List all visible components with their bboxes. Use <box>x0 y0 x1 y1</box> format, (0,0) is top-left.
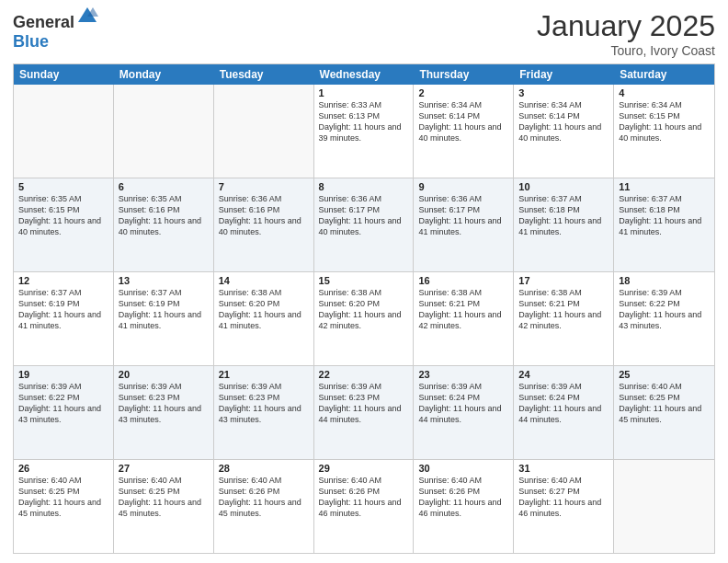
day-info: Sunrise: 6:37 AM Sunset: 6:18 PM Dayligh… <box>619 193 710 238</box>
day-info: Sunrise: 6:38 AM Sunset: 6:20 PM Dayligh… <box>219 287 309 332</box>
day-number: 12 <box>18 275 108 286</box>
day-info: Sunrise: 6:40 AM Sunset: 6:25 PM Dayligh… <box>119 475 209 520</box>
day-number: 23 <box>418 369 508 380</box>
day-info: Sunrise: 6:40 AM Sunset: 6:25 PM Dayligh… <box>619 381 710 426</box>
header: General Blue January 2025 Touro, Ivory C… <box>13 9 715 58</box>
day-info: Sunrise: 6:37 AM Sunset: 6:19 PM Dayligh… <box>119 287 209 332</box>
day-number: 13 <box>119 275 209 286</box>
day-info: Sunrise: 6:36 AM Sunset: 6:17 PM Dayligh… <box>319 193 409 238</box>
day-cell-14: 14Sunrise: 6:38 AM Sunset: 6:20 PM Dayli… <box>214 272 314 365</box>
day-info: Sunrise: 6:39 AM Sunset: 6:22 PM Dayligh… <box>18 381 108 426</box>
day-info: Sunrise: 6:33 AM Sunset: 6:13 PM Dayligh… <box>319 99 409 144</box>
day-number: 27 <box>119 463 209 474</box>
day-number: 7 <box>219 181 309 192</box>
logo-icon <box>76 6 98 28</box>
logo-blue-text: Blue <box>13 32 49 51</box>
day-number: 26 <box>18 463 108 474</box>
day-number: 20 <box>119 369 209 380</box>
day-number: 21 <box>219 369 309 380</box>
day-cell-2: 2Sunrise: 6:34 AM Sunset: 6:14 PM Daylig… <box>414 85 514 178</box>
day-cell-28: 28Sunrise: 6:40 AM Sunset: 6:26 PM Dayli… <box>214 460 314 553</box>
day-info: Sunrise: 6:35 AM Sunset: 6:15 PM Dayligh… <box>18 193 108 238</box>
day-number: 3 <box>518 87 609 98</box>
header-day-tuesday: Tuesday <box>214 64 314 85</box>
day-number: 25 <box>619 369 710 380</box>
day-cell-30: 30Sunrise: 6:40 AM Sunset: 6:26 PM Dayli… <box>414 460 514 553</box>
day-number: 18 <box>619 275 710 286</box>
day-cell-11: 11Sunrise: 6:37 AM Sunset: 6:18 PM Dayli… <box>614 178 714 271</box>
day-cell-6: 6Sunrise: 6:35 AM Sunset: 6:16 PM Daylig… <box>114 178 214 271</box>
day-info: Sunrise: 6:39 AM Sunset: 6:23 PM Dayligh… <box>119 381 209 426</box>
day-cell-15: 15Sunrise: 6:38 AM Sunset: 6:20 PM Dayli… <box>314 272 415 365</box>
day-cell-27: 27Sunrise: 6:40 AM Sunset: 6:25 PM Dayli… <box>114 460 214 553</box>
empty-cell <box>114 85 214 178</box>
day-cell-16: 16Sunrise: 6:38 AM Sunset: 6:21 PM Dayli… <box>414 272 514 365</box>
day-cell-17: 17Sunrise: 6:38 AM Sunset: 6:21 PM Dayli… <box>514 272 614 365</box>
calendar: SundayMondayTuesdayWednesdayThursdayFrid… <box>13 63 715 554</box>
day-info: Sunrise: 6:34 AM Sunset: 6:14 PM Dayligh… <box>418 99 508 144</box>
day-number: 16 <box>418 275 508 286</box>
empty-cell <box>214 85 314 178</box>
day-info: Sunrise: 6:39 AM Sunset: 6:24 PM Dayligh… <box>418 381 508 426</box>
day-cell-21: 21Sunrise: 6:39 AM Sunset: 6:23 PM Dayli… <box>214 366 314 459</box>
day-number: 2 <box>418 87 508 98</box>
day-cell-12: 12Sunrise: 6:37 AM Sunset: 6:19 PM Dayli… <box>14 272 114 365</box>
day-cell-8: 8Sunrise: 6:36 AM Sunset: 6:17 PM Daylig… <box>314 178 415 271</box>
day-number: 30 <box>418 463 508 474</box>
calendar-week-5: 26Sunrise: 6:40 AM Sunset: 6:25 PM Dayli… <box>14 460 714 553</box>
day-cell-26: 26Sunrise: 6:40 AM Sunset: 6:25 PM Dayli… <box>14 460 114 553</box>
day-number: 11 <box>619 181 710 192</box>
day-cell-24: 24Sunrise: 6:39 AM Sunset: 6:24 PM Dayli… <box>514 366 614 459</box>
day-info: Sunrise: 6:36 AM Sunset: 6:17 PM Dayligh… <box>418 193 508 238</box>
header-day-friday: Friday <box>514 64 614 85</box>
day-info: Sunrise: 6:39 AM Sunset: 6:23 PM Dayligh… <box>319 381 409 426</box>
header-day-monday: Monday <box>114 64 214 85</box>
day-number: 24 <box>518 369 609 380</box>
day-cell-10: 10Sunrise: 6:37 AM Sunset: 6:18 PM Dayli… <box>514 178 614 271</box>
empty-cell <box>614 460 714 553</box>
title-block: January 2025 Touro, Ivory Coast <box>537 9 715 58</box>
calendar-week-4: 19Sunrise: 6:39 AM Sunset: 6:22 PM Dayli… <box>14 366 714 460</box>
day-number: 31 <box>518 463 609 474</box>
day-info: Sunrise: 6:34 AM Sunset: 6:15 PM Dayligh… <box>619 99 710 144</box>
title-month: January 2025 <box>537 9 715 43</box>
day-number: 1 <box>319 87 409 98</box>
calendar-week-3: 12Sunrise: 6:37 AM Sunset: 6:19 PM Dayli… <box>14 272 714 366</box>
day-cell-18: 18Sunrise: 6:39 AM Sunset: 6:22 PM Dayli… <box>614 272 714 365</box>
day-info: Sunrise: 6:39 AM Sunset: 6:24 PM Dayligh… <box>518 381 609 426</box>
day-info: Sunrise: 6:40 AM Sunset: 6:25 PM Dayligh… <box>18 475 108 520</box>
day-info: Sunrise: 6:37 AM Sunset: 6:19 PM Dayligh… <box>18 287 108 332</box>
day-info: Sunrise: 6:38 AM Sunset: 6:21 PM Dayligh… <box>518 287 609 332</box>
day-number: 5 <box>18 181 108 192</box>
day-info: Sunrise: 6:37 AM Sunset: 6:18 PM Dayligh… <box>518 193 609 238</box>
day-info: Sunrise: 6:38 AM Sunset: 6:21 PM Dayligh… <box>418 287 508 332</box>
day-cell-23: 23Sunrise: 6:39 AM Sunset: 6:24 PM Dayli… <box>414 366 514 459</box>
day-info: Sunrise: 6:34 AM Sunset: 6:14 PM Dayligh… <box>518 99 609 144</box>
day-number: 19 <box>18 369 108 380</box>
day-number: 6 <box>119 181 209 192</box>
header-day-thursday: Thursday <box>414 64 514 85</box>
day-cell-7: 7Sunrise: 6:36 AM Sunset: 6:16 PM Daylig… <box>214 178 314 271</box>
day-number: 22 <box>319 369 409 380</box>
day-cell-4: 4Sunrise: 6:34 AM Sunset: 6:15 PM Daylig… <box>614 85 714 178</box>
calendar-body: 1Sunrise: 6:33 AM Sunset: 6:13 PM Daylig… <box>14 85 714 553</box>
empty-cell <box>14 85 114 178</box>
day-number: 29 <box>319 463 409 474</box>
day-info: Sunrise: 6:40 AM Sunset: 6:26 PM Dayligh… <box>418 475 508 520</box>
day-number: 28 <box>219 463 309 474</box>
title-location: Touro, Ivory Coast <box>537 43 715 58</box>
header-day-saturday: Saturday <box>614 64 714 85</box>
day-cell-19: 19Sunrise: 6:39 AM Sunset: 6:22 PM Dayli… <box>14 366 114 459</box>
day-info: Sunrise: 6:40 AM Sunset: 6:26 PM Dayligh… <box>219 475 309 520</box>
day-cell-9: 9Sunrise: 6:36 AM Sunset: 6:17 PM Daylig… <box>414 178 514 271</box>
day-number: 9 <box>418 181 508 192</box>
page: General Blue January 2025 Touro, Ivory C… <box>0 0 728 563</box>
day-cell-5: 5Sunrise: 6:35 AM Sunset: 6:15 PM Daylig… <box>14 178 114 271</box>
day-info: Sunrise: 6:39 AM Sunset: 6:23 PM Dayligh… <box>219 381 309 426</box>
day-cell-29: 29Sunrise: 6:40 AM Sunset: 6:26 PM Dayli… <box>314 460 415 553</box>
day-info: Sunrise: 6:39 AM Sunset: 6:22 PM Dayligh… <box>619 287 710 332</box>
calendar-week-1: 1Sunrise: 6:33 AM Sunset: 6:13 PM Daylig… <box>14 85 714 178</box>
day-number: 8 <box>319 181 409 192</box>
day-cell-3: 3Sunrise: 6:34 AM Sunset: 6:14 PM Daylig… <box>514 85 614 178</box>
day-number: 10 <box>518 181 609 192</box>
